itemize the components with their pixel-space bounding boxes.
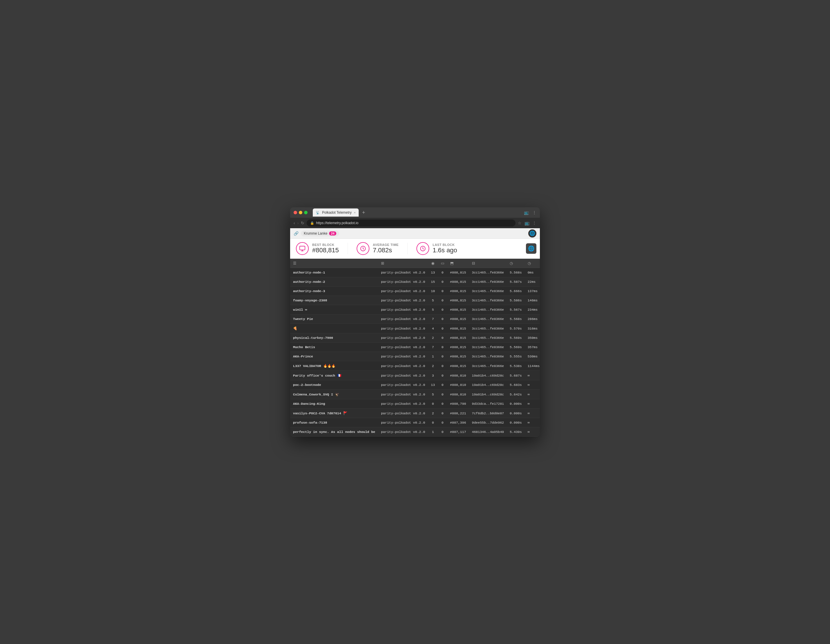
table-row[interactable]: authority-node-1 parity-polkadot v0.2.0 …: [290, 268, 540, 277]
col-header-hash[interactable]: ⊟: [469, 259, 507, 268]
table-row[interactable]: perfectly in sync. As all nodes should b…: [290, 427, 540, 437]
avg-time-stat: AVERAGE TIME 7.082s: [356, 242, 399, 255]
cell-version: parity-polkadot v0.2.0: [378, 380, 428, 390]
col-header-txs[interactable]: ▭: [438, 259, 447, 268]
address-bar-right: ☆ 📺 ⋮: [518, 221, 536, 225]
cell-version: parity-polkadot v0.2.0: [378, 343, 428, 352]
col-header-finalized[interactable]: ◷: [507, 259, 524, 268]
cell-finalized: 5.570s: [507, 324, 524, 333]
globe-icon: 🌐: [529, 231, 535, 236]
col-header-delay[interactable]: ◷: [525, 259, 540, 268]
cell-block: #808,815: [447, 286, 469, 296]
cast-icon[interactable]: 📺: [524, 210, 529, 215]
cell-finalized: 5.568s: [507, 315, 524, 324]
table-row[interactable]: Tweety Pie parity-polkadot v0.2.0 7 0 #8…: [290, 315, 540, 324]
menu-icon[interactable]: ⋮: [532, 210, 536, 215]
globe-button[interactable]: 🌐: [528, 229, 536, 237]
table-row[interactable]: poc-2-bootnode parity-polkadot v0.2.0 13…: [290, 380, 540, 390]
col-header-peers[interactable]: ◉: [428, 259, 438, 268]
cell-hash: 3cc1465..fe8366e: [469, 277, 507, 286]
cell-delay: 530ms: [525, 352, 540, 361]
cell-hash: 3cc1465..fe8366e: [469, 296, 507, 305]
table-row[interactable]: foamy-voyage-2308 parity-polkadot v0.2.0…: [290, 296, 540, 305]
cell-block: #808,815: [447, 352, 469, 361]
cell-name: L337 VALIDATOR 🔥🔥🔥: [290, 361, 378, 371]
table-row[interactable]: winΞl ∞ parity-polkadot v0.2.0 5 0 #808,…: [290, 305, 540, 315]
cell-version: parity-polkadot v0.2.0: [378, 352, 428, 361]
cell-version: parity-polkadot v0.2.0: [378, 371, 428, 380]
cell-delay: 316ms: [525, 324, 540, 333]
cell-name: Parity office's couch 🇫🇷: [290, 371, 378, 380]
cell-peers: 2: [428, 361, 438, 371]
cell-name: foamy-voyage-2308: [290, 296, 378, 305]
network-badge[interactable]: Krumme Lanke 24: [301, 231, 339, 236]
minimize-traffic-light[interactable]: [299, 211, 303, 214]
cell-hash: 19a01b4..c69d28c: [469, 390, 507, 399]
table-row[interactable]: authority-node-2 parity-polkadot v0.2.0 …: [290, 277, 540, 286]
col-header-block[interactable]: ⬒: [447, 259, 469, 268]
close-traffic-light[interactable]: [294, 211, 297, 214]
best-block-stat: BEST BLOCK #808,815: [296, 242, 339, 255]
table-row[interactable]: AKA-Dancing-King parity-polkadot v0.2.0 …: [290, 399, 540, 408]
table-row[interactable]: physical-turkey-7900 parity-polkadot v0.…: [290, 333, 540, 343]
cell-delay: ∞: [525, 380, 540, 390]
new-tab-button[interactable]: +: [362, 210, 365, 216]
cell-finalized: 0.000s: [507, 408, 524, 418]
cell-txs: 0: [438, 268, 447, 277]
cell-name: poc-2-bootnode: [290, 380, 378, 390]
table-row[interactable]: Parity office's couch 🇫🇷 parity-polkadot…: [290, 371, 540, 380]
cell-peers: 13: [428, 268, 438, 277]
address-input[interactable]: 🔒 https://telemetry.polkadot.io: [307, 220, 515, 226]
cell-version: parity-polkadot v0.2.0: [378, 408, 428, 418]
cell-delay: 0ms: [525, 268, 540, 277]
last-block-value: 1.6s ago: [433, 247, 457, 254]
back-button[interactable]: ‹: [294, 221, 295, 225]
cell-hash: 4681346..4a05b49: [469, 427, 507, 437]
cell-name: profuse-sofa-7138: [290, 418, 378, 427]
address-url: https://telemetry.polkadot.io: [316, 221, 358, 225]
title-bar-right: 📺 ⋮: [524, 210, 536, 215]
cell-delay: 22ms: [525, 277, 540, 286]
maximize-traffic-light[interactable]: [304, 211, 307, 214]
cell-hash: 3cc1465..fe8366e: [469, 315, 507, 324]
table-row[interactable]: authority-node-3 parity-polkadot v0.2.0 …: [290, 286, 540, 296]
cell-hash: 3cc1465..fe8366e: [469, 333, 507, 343]
tab-title: Polkadot Telemetry: [322, 210, 352, 215]
best-block-icon: [296, 242, 309, 255]
cell-name: Mucho Betis: [290, 343, 378, 352]
cell-hash: 19a01b4..c69d28c: [469, 380, 507, 390]
table-row[interactable]: AKA-Prince parity-polkadot v0.2.0 1 0 #8…: [290, 352, 540, 361]
cell-hash: 9dee55b..7dde962: [469, 418, 507, 427]
cell-block: #808,815: [447, 268, 469, 277]
cell-version: parity-polkadot v0.2.0: [378, 296, 428, 305]
cell-block: #808,815: [447, 343, 469, 352]
tab-close-button[interactable]: ×: [354, 211, 356, 214]
table-row[interactable]: profuse-sofa-7138 parity-polkadot v0.2.0…: [290, 418, 540, 427]
svg-rect-0: [300, 246, 305, 250]
map-button[interactable]: 🌐: [526, 243, 536, 254]
table-row[interactable]: Colmena_Cowork_SVQ Ξ 🦅 parity-polkadot v…: [290, 390, 540, 399]
secure-icon: 🔒: [310, 221, 314, 225]
cell-finalized: 5.555s: [507, 352, 524, 361]
table-row[interactable]: vasilys-POC2-CVA 7d07614 🚩 parity-polkad…: [290, 408, 540, 418]
cell-txs: 0: [438, 390, 447, 399]
table-row[interactable]: Mucho Betis parity-polkadot v0.2.0 7 0 #…: [290, 343, 540, 352]
table-row[interactable]: 🍕 parity-polkadot v0.2.0 4 0 #808,815 3c…: [290, 324, 540, 333]
bookmark-icon[interactable]: ☆: [518, 221, 521, 225]
col-header-name[interactable]: ☰: [290, 259, 378, 268]
stat-divider-2: [407, 243, 408, 254]
active-tab[interactable]: 📡 Polkadot Telemetry ×: [313, 209, 359, 217]
cell-txs: 0: [438, 277, 447, 286]
cell-finalized: 5.687s: [507, 371, 524, 380]
cell-name: Tweety Pie: [290, 315, 378, 324]
table-row[interactable]: L337 VALIDATOR 🔥🔥🔥 parity-polkadot v0.2.…: [290, 361, 540, 371]
forward-button[interactable]: ›: [298, 221, 299, 225]
cell-block: #808,810: [447, 380, 469, 390]
cast-icon-addr[interactable]: 📺: [524, 221, 529, 225]
refresh-button[interactable]: ↻: [301, 221, 304, 225]
col-header-version[interactable]: ⊞: [378, 259, 428, 268]
cell-delay: 1144ms: [525, 361, 540, 371]
cell-version: parity-polkadot v0.2.0: [378, 315, 428, 324]
menu-icon-addr[interactable]: ⋮: [532, 221, 536, 225]
cell-peers: 0: [428, 418, 438, 427]
